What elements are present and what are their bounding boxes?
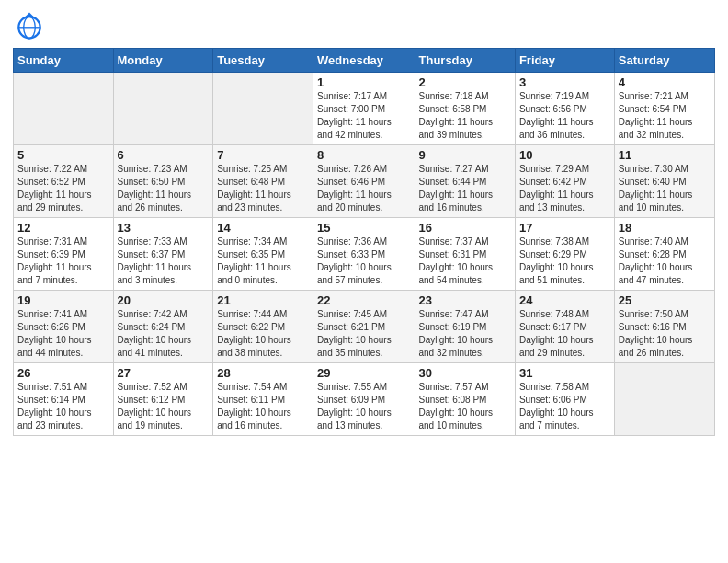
day-number: 24 [519,293,610,307]
day-info: Sunrise: 7:55 AM Sunset: 6:09 PM Dayligh… [317,381,410,432]
day-info: Sunrise: 7:23 AM Sunset: 6:50 PM Dayligh… [118,163,210,214]
day-number: 26 [17,366,109,380]
header [13,9,715,42]
calendar-cell [213,73,313,145]
calendar-cell: 5Sunrise: 7:22 AM Sunset: 6:52 PM Daylig… [14,145,114,218]
weekday-header-tuesday: Tuesday [213,49,313,73]
day-info: Sunrise: 7:38 AM Sunset: 6:29 PM Dayligh… [519,236,610,287]
calendar-table: SundayMondayTuesdayWednesdayThursdayFrid… [13,48,715,436]
calendar-cell: 16Sunrise: 7:37 AM Sunset: 6:31 PM Dayli… [415,218,515,291]
day-number: 25 [619,293,711,307]
page: SundayMondayTuesdayWednesdayThursdayFrid… [0,0,728,563]
calendar-cell: 3Sunrise: 7:19 AM Sunset: 6:56 PM Daylig… [515,73,614,145]
day-info: Sunrise: 7:40 AM Sunset: 6:28 PM Dayligh… [619,236,711,287]
day-number: 9 [419,148,511,162]
day-number: 30 [419,366,511,380]
day-info: Sunrise: 7:48 AM Sunset: 6:17 PM Dayligh… [519,308,610,360]
day-info: Sunrise: 7:31 AM Sunset: 6:39 PM Dayligh… [17,236,109,287]
day-number: 20 [118,293,210,307]
weekday-header-saturday: Saturday [614,49,714,73]
day-number: 2 [419,75,511,89]
day-number: 14 [217,221,309,235]
day-number: 6 [118,148,210,162]
calendar-cell: 27Sunrise: 7:52 AM Sunset: 6:12 PM Dayli… [113,363,213,436]
weekday-header-friday: Friday [515,49,614,73]
day-info: Sunrise: 7:41 AM Sunset: 6:26 PM Dayligh… [17,308,109,360]
day-number: 10 [519,148,610,162]
logo-icon [13,9,46,42]
calendar-cell: 15Sunrise: 7:36 AM Sunset: 6:33 PM Dayli… [313,218,415,291]
day-number: 21 [217,293,309,307]
day-number: 22 [317,293,410,307]
calendar-cell: 9Sunrise: 7:27 AM Sunset: 6:44 PM Daylig… [415,145,515,218]
day-info: Sunrise: 7:34 AM Sunset: 6:35 PM Dayligh… [217,236,309,287]
calendar-cell [14,73,114,145]
day-info: Sunrise: 7:51 AM Sunset: 6:14 PM Dayligh… [17,381,109,432]
day-info: Sunrise: 7:47 AM Sunset: 6:19 PM Dayligh… [419,308,511,360]
day-number: 13 [118,221,210,235]
calendar-cell: 7Sunrise: 7:25 AM Sunset: 6:48 PM Daylig… [213,145,313,218]
calendar-cell: 23Sunrise: 7:47 AM Sunset: 6:19 PM Dayli… [415,291,515,363]
day-number: 5 [17,148,109,162]
logo [13,9,48,42]
day-info: Sunrise: 7:17 AM Sunset: 7:00 PM Dayligh… [317,90,410,142]
day-number: 1 [317,75,410,89]
day-number: 16 [419,221,511,235]
day-number: 27 [118,366,210,380]
calendar-cell: 25Sunrise: 7:50 AM Sunset: 6:16 PM Dayli… [614,291,714,363]
calendar-cell: 29Sunrise: 7:55 AM Sunset: 6:09 PM Dayli… [313,363,415,436]
calendar-cell: 10Sunrise: 7:29 AM Sunset: 6:42 PM Dayli… [515,145,614,218]
day-number: 28 [217,366,309,380]
calendar-cell: 31Sunrise: 7:58 AM Sunset: 6:06 PM Dayli… [515,363,614,436]
day-info: Sunrise: 7:52 AM Sunset: 6:12 PM Dayligh… [118,381,210,432]
day-info: Sunrise: 7:54 AM Sunset: 6:11 PM Dayligh… [217,381,309,432]
day-info: Sunrise: 7:30 AM Sunset: 6:40 PM Dayligh… [619,163,711,214]
calendar-cell: 18Sunrise: 7:40 AM Sunset: 6:28 PM Dayli… [614,218,714,291]
day-number: 12 [17,221,109,235]
day-info: Sunrise: 7:21 AM Sunset: 6:54 PM Dayligh… [619,90,711,142]
day-number: 29 [317,366,410,380]
day-info: Sunrise: 7:37 AM Sunset: 6:31 PM Dayligh… [419,236,511,287]
calendar-cell: 8Sunrise: 7:26 AM Sunset: 6:46 PM Daylig… [313,145,415,218]
day-info: Sunrise: 7:18 AM Sunset: 6:58 PM Dayligh… [419,90,511,142]
week-row-1: 1Sunrise: 7:17 AM Sunset: 7:00 PM Daylig… [14,73,715,145]
day-number: 4 [619,75,711,89]
weekday-header-monday: Monday [113,49,213,73]
calendar-cell: 6Sunrise: 7:23 AM Sunset: 6:50 PM Daylig… [113,145,213,218]
day-info: Sunrise: 7:26 AM Sunset: 6:46 PM Dayligh… [317,163,410,214]
calendar-cell: 17Sunrise: 7:38 AM Sunset: 6:29 PM Dayli… [515,218,614,291]
day-info: Sunrise: 7:19 AM Sunset: 6:56 PM Dayligh… [519,90,610,142]
day-number: 23 [419,293,511,307]
day-number: 18 [619,221,711,235]
calendar-cell: 28Sunrise: 7:54 AM Sunset: 6:11 PM Dayli… [213,363,313,436]
week-row-4: 19Sunrise: 7:41 AM Sunset: 6:26 PM Dayli… [14,291,715,363]
day-info: Sunrise: 7:25 AM Sunset: 6:48 PM Dayligh… [217,163,309,214]
day-info: Sunrise: 7:36 AM Sunset: 6:33 PM Dayligh… [317,236,410,287]
day-number: 8 [317,148,410,162]
calendar-cell: 13Sunrise: 7:33 AM Sunset: 6:37 PM Dayli… [113,218,213,291]
calendar-cell: 4Sunrise: 7:21 AM Sunset: 6:54 PM Daylig… [614,73,714,145]
week-row-3: 12Sunrise: 7:31 AM Sunset: 6:39 PM Dayli… [14,218,715,291]
day-info: Sunrise: 7:29 AM Sunset: 6:42 PM Dayligh… [519,163,610,214]
calendar-cell: 26Sunrise: 7:51 AM Sunset: 6:14 PM Dayli… [14,363,114,436]
day-number: 3 [519,75,610,89]
calendar-cell: 11Sunrise: 7:30 AM Sunset: 6:40 PM Dayli… [614,145,714,218]
day-number: 31 [519,366,610,380]
day-number: 7 [217,148,309,162]
calendar-cell [614,363,714,436]
day-info: Sunrise: 7:57 AM Sunset: 6:08 PM Dayligh… [419,381,511,432]
day-info: Sunrise: 7:33 AM Sunset: 6:37 PM Dayligh… [118,236,210,287]
weekday-header-wednesday: Wednesday [313,49,415,73]
calendar-cell: 21Sunrise: 7:44 AM Sunset: 6:22 PM Dayli… [213,291,313,363]
calendar-cell: 24Sunrise: 7:48 AM Sunset: 6:17 PM Dayli… [515,291,614,363]
calendar-cell: 22Sunrise: 7:45 AM Sunset: 6:21 PM Dayli… [313,291,415,363]
day-info: Sunrise: 7:50 AM Sunset: 6:16 PM Dayligh… [619,308,711,360]
calendar-cell: 12Sunrise: 7:31 AM Sunset: 6:39 PM Dayli… [14,218,114,291]
calendar-cell: 19Sunrise: 7:41 AM Sunset: 6:26 PM Dayli… [14,291,114,363]
day-info: Sunrise: 7:45 AM Sunset: 6:21 PM Dayligh… [317,308,410,360]
day-info: Sunrise: 7:22 AM Sunset: 6:52 PM Dayligh… [17,163,109,214]
day-number: 17 [519,221,610,235]
week-row-2: 5Sunrise: 7:22 AM Sunset: 6:52 PM Daylig… [14,145,715,218]
calendar-cell: 30Sunrise: 7:57 AM Sunset: 6:08 PM Dayli… [415,363,515,436]
day-info: Sunrise: 7:58 AM Sunset: 6:06 PM Dayligh… [519,381,610,432]
